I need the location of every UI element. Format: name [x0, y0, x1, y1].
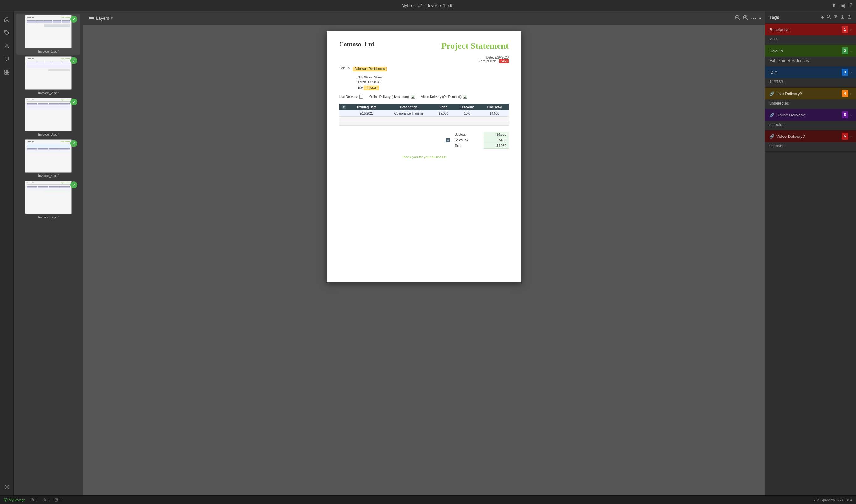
- address-line2: Larch, TX 98342: [358, 80, 509, 85]
- tag-id-label: ID #: [769, 70, 777, 75]
- tag-id-header[interactable]: ID # 3 ›: [765, 66, 856, 78]
- receipt-highlight: 2468: [499, 59, 509, 63]
- svg-point-1: [6, 44, 8, 46]
- toolbar-chevron-icon[interactable]: ▾: [759, 16, 761, 21]
- subtotal-label: Subtotal: [452, 132, 484, 138]
- tag-soldto-value: Fabrikam Residences: [765, 57, 856, 66]
- delivery-section: Live Delivery: Online Delivery (Livestre…: [339, 95, 509, 98]
- live-delivery-label: Live Delivery:: [339, 95, 358, 98]
- online-delivery: Online Delivery (Livestream): ✗: [369, 95, 415, 98]
- total-value: $4,950: [484, 143, 509, 149]
- tag-sold-to: Sold To 2 › Fabrikam Residences: [765, 45, 856, 66]
- search-tag-button[interactable]: [826, 15, 831, 20]
- sidebar-item-annotations[interactable]: [1, 53, 13, 65]
- storage-status: MyStorage: [4, 498, 25, 502]
- help-icon[interactable]: ?: [850, 2, 852, 8]
- tag-receipt-chevron-icon: ›: [850, 27, 852, 32]
- zoom-in-button[interactable]: [743, 15, 748, 22]
- tag-video-link-icon: 🔗: [769, 134, 774, 139]
- tag-video-header[interactable]: 🔗 Video Delivery? 6 ›: [765, 130, 856, 142]
- thumb-label-1: Invoice_1.pdf: [38, 50, 58, 53]
- tag-live-header[interactable]: 🔗 Live Delivery? 4 ›: [765, 88, 856, 100]
- sidebar-item-users[interactable]: [1, 40, 13, 52]
- tag-soldto-header[interactable]: Sold To 2 ›: [765, 45, 856, 57]
- cell-total: $4,500: [480, 110, 509, 117]
- col-price: Price: [433, 104, 454, 110]
- tag-id-hash: ID # 3 › 1197531: [765, 66, 856, 88]
- table-empty-row-2: [339, 121, 509, 126]
- thumb-label-4: Invoice_4.pdf: [38, 174, 58, 178]
- tag-receipt-no: Receipt No 1 › 2468: [765, 23, 856, 45]
- table-icon-cell: ⊞: [339, 104, 349, 110]
- tag-online-header[interactable]: 🔗 Online Delivery? 5 ›: [765, 109, 856, 121]
- status-bar: MyStorage 5 5 5 2.1-preview.1-5305454: [0, 495, 856, 504]
- col-training-date: Training Date: [349, 104, 385, 110]
- add-tag-button[interactable]: +: [821, 15, 824, 20]
- tag-online-badge: 5: [842, 111, 849, 118]
- tags-panel: Tags + Receipt No: [765, 11, 856, 495]
- tag-live-chevron-icon: ›: [850, 91, 852, 96]
- tax-label: Sales Tax: [452, 138, 484, 143]
- sold-to-label: Sold To:: [339, 67, 351, 71]
- share-icon[interactable]: ⬆: [832, 2, 836, 8]
- thumbnail-invoice5[interactable]: Contoso, Ltd. Project Statement ✓ Invoic…: [16, 180, 80, 220]
- thumbnail-invoice2[interactable]: Contoso, Ltd. Project Statement ✓ Invoic…: [16, 55, 80, 96]
- document-viewer[interactable]: Contoso, Ltd. Project Statement Date: 9/…: [83, 25, 765, 495]
- tag-online-chevron-icon: ›: [850, 113, 852, 118]
- thumbnail-invoice1[interactable]: Contoso, Ltd. Project Statement ✓: [16, 14, 80, 55]
- col-line-total: Line Total: [480, 104, 509, 110]
- tag-live-link-icon: 🔗: [769, 91, 774, 96]
- views-value: 5: [47, 498, 49, 502]
- address-line1: 345 Willow Street: [358, 75, 509, 80]
- annotations-value: 5: [35, 498, 37, 502]
- video-delivery-checkbox: ✗: [463, 95, 467, 98]
- col-description: Description: [385, 104, 433, 110]
- thumbnail-invoice3[interactable]: Contoso, Ltd. Project Statement ✓ Invoic…: [16, 97, 80, 138]
- cell-description: Compliance Training: [385, 110, 433, 117]
- tag-online-label: Online Delivery?: [776, 113, 806, 118]
- svg-point-12: [827, 15, 830, 18]
- panel-icon[interactable]: ▣: [840, 2, 845, 8]
- totals-icon: ⊞: [446, 138, 450, 143]
- address-section: 345 Willow Street Larch, TX 98342: [358, 75, 509, 85]
- thumb-check-1: ✓: [70, 16, 77, 23]
- sidebar-item-tags[interactable]: [1, 27, 13, 38]
- col-discount: Discount: [454, 104, 480, 110]
- tags-header-actions: +: [821, 15, 852, 20]
- subtotal-value: $4,500: [484, 132, 509, 138]
- upload-tag-button[interactable]: [847, 15, 852, 20]
- receipt-line: Receipt # No.: 2468: [339, 59, 509, 63]
- online-delivery-label: Online Delivery (Livestream):: [369, 95, 410, 98]
- svg-rect-4: [5, 72, 6, 74]
- storage-label: MyStorage: [9, 498, 25, 502]
- table-header-row: ⊞ Training Date Description Price Discou…: [339, 104, 509, 110]
- download-tag-button[interactable]: [840, 15, 845, 20]
- tag-online-delivery: 🔗 Online Delivery? 5 › selected: [765, 109, 856, 130]
- table-empty-row-1: [339, 117, 509, 121]
- version-info: 2.1-preview.1-5305454: [812, 498, 852, 502]
- id-label: ID#: [358, 86, 363, 90]
- tag-receipt-header[interactable]: Receipt No 1 ›: [765, 23, 856, 35]
- layers-dropdown[interactable]: Layers ▾: [87, 15, 115, 22]
- tag-soldto-badge: 2: [842, 48, 849, 54]
- sidebar-item-settings[interactable]: [1, 481, 13, 493]
- id-section: ID# 1197531: [358, 86, 509, 90]
- thumbnail-invoice4[interactable]: Contoso, Ltd. Project Statement ✓ Invoic…: [16, 138, 80, 179]
- main-layout: Contoso, Ltd. Project Statement ✓: [0, 11, 856, 495]
- sidebar-item-home[interactable]: [1, 14, 13, 25]
- content-area: Layers ▾ ··· ▾ Contoso, Ltd.: [83, 11, 765, 495]
- tag-video-label: Video Delivery?: [776, 134, 805, 139]
- thumb-preview-1: Contoso, Ltd. Project Statement: [25, 15, 72, 48]
- cell-date: 9/15/2020: [349, 110, 385, 117]
- tag-live-label: Live Delivery?: [776, 91, 802, 96]
- sort-tag-button[interactable]: [833, 15, 838, 20]
- more-options-button[interactable]: ···: [751, 15, 756, 21]
- tag-receipt-label: Receipt No: [769, 27, 789, 32]
- tag-live-name: 🔗 Live Delivery?: [769, 91, 842, 96]
- thumb-preview-3: Contoso, Ltd. Project Statement: [25, 98, 72, 131]
- tag-id-badge: 3: [842, 69, 849, 76]
- tag-id-name: ID #: [769, 70, 842, 75]
- zoom-out-button[interactable]: [735, 15, 740, 22]
- sidebar-item-plugins[interactable]: [1, 67, 13, 78]
- sidebar: [0, 11, 14, 495]
